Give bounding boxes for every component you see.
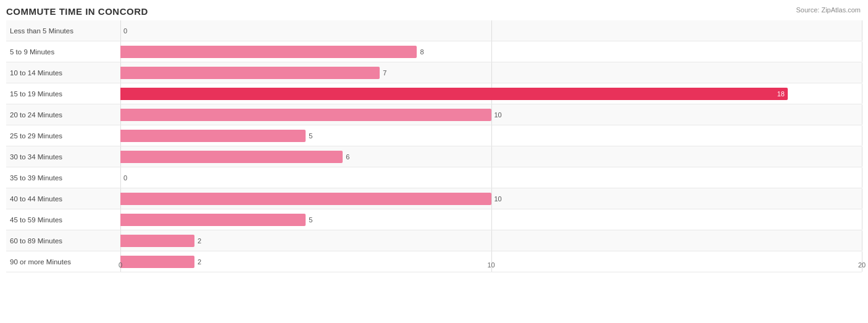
bars-area: Less than 5 Minutes05 to 9 Minutes810 to…	[6, 20, 862, 279]
row-label: 10 to 14 Minutes	[6, 69, 120, 77]
row-label: 40 to 44 Minutes	[6, 195, 120, 203]
gridline	[120, 20, 121, 41]
gridline	[491, 104, 492, 125]
x-tick: 10	[487, 261, 495, 269]
gridline	[120, 167, 121, 188]
chart-title: COMMUTE TIME IN CONCORD	[6, 6, 862, 17]
bar-fill	[120, 46, 417, 58]
row-label: 90 or more Minutes	[6, 258, 120, 266]
gridline	[491, 125, 492, 146]
row-label: 30 to 34 Minutes	[6, 153, 120, 161]
bar-value: 10	[495, 111, 502, 119]
bar-row: 5 to 9 Minutes8	[6, 41, 862, 62]
gridline	[862, 230, 862, 251]
gridline	[862, 104, 862, 125]
bar-track: 0	[120, 20, 862, 41]
bar-value: 0	[123, 27, 127, 35]
bar-row: 40 to 44 Minutes10	[6, 188, 862, 209]
bar-track: 18	[120, 83, 862, 104]
gridline	[491, 20, 492, 41]
gridline	[491, 188, 492, 209]
bar-row: 15 to 19 Minutes18	[6, 83, 862, 104]
bar-fill	[120, 67, 380, 79]
bar-fill	[120, 151, 343, 163]
row-label: 25 to 29 Minutes	[6, 132, 120, 140]
bar-track: 10	[120, 104, 862, 125]
bar-track: 8	[120, 41, 862, 62]
gridline	[491, 209, 492, 230]
bar-fill	[120, 235, 194, 247]
gridline	[862, 62, 862, 83]
bar-fill	[120, 130, 306, 142]
bar-value: 0	[123, 174, 127, 182]
bar-track: 6	[120, 146, 862, 167]
gridline	[862, 146, 862, 167]
bar-row: 30 to 34 Minutes6	[6, 146, 862, 167]
chart-container: COMMUTE TIME IN CONCORD Source: ZipAtlas…	[0, 0, 868, 323]
gridline	[862, 167, 862, 188]
x-tick: 20	[858, 261, 866, 269]
gridline	[491, 230, 492, 251]
bar-fill	[120, 109, 491, 121]
gridline	[862, 41, 862, 62]
gridline	[491, 62, 492, 83]
bar-track: 0	[120, 167, 862, 188]
row-label: 60 to 89 Minutes	[6, 237, 120, 245]
bar-track: 2	[120, 230, 862, 251]
gridline	[862, 209, 862, 230]
gridline	[491, 146, 492, 167]
bar-value: 2	[198, 237, 201, 245]
bar-row: Less than 5 Minutes0	[6, 20, 862, 41]
bar-fill	[120, 193, 491, 205]
bar-track: 5	[120, 209, 862, 230]
row-label: 45 to 59 Minutes	[6, 216, 120, 224]
bar-track: 7	[120, 62, 862, 83]
gridline	[862, 125, 862, 146]
x-tick: 0	[119, 261, 122, 269]
row-label: 15 to 19 Minutes	[6, 90, 120, 98]
bar-row: 10 to 14 Minutes7	[6, 62, 862, 83]
bar-value: 5	[309, 216, 312, 224]
bar-fill: 18	[120, 88, 788, 100]
row-label: 5 to 9 Minutes	[6, 48, 120, 56]
gridline	[862, 188, 862, 209]
bar-value: 18	[777, 90, 785, 98]
row-label: 35 to 39 Minutes	[6, 174, 120, 182]
bar-value: 10	[495, 195, 502, 203]
gridline	[491, 41, 492, 62]
gridline	[491, 167, 492, 188]
bar-track: 5	[120, 125, 862, 146]
bar-row: 45 to 59 Minutes5	[6, 209, 862, 230]
gridline	[862, 83, 862, 104]
source-label: Source: ZipAtlas.com	[796, 6, 861, 14]
bar-fill	[120, 214, 306, 226]
bar-value: 5	[309, 132, 312, 140]
bar-value: 7	[383, 69, 386, 77]
gridline	[862, 20, 862, 41]
bar-row: 35 to 39 Minutes0	[6, 167, 862, 188]
bar-value: 6	[346, 153, 349, 161]
row-label: 20 to 24 Minutes	[6, 111, 120, 119]
bar-value: 8	[420, 48, 424, 56]
bar-track: 10	[120, 188, 862, 209]
bar-row: 60 to 89 Minutes2	[6, 230, 862, 251]
bar-row: 25 to 29 Minutes5	[6, 125, 862, 146]
x-axis: 01020	[120, 261, 862, 279]
bar-row: 20 to 24 Minutes10	[6, 104, 862, 125]
row-label: Less than 5 Minutes	[6, 27, 120, 35]
